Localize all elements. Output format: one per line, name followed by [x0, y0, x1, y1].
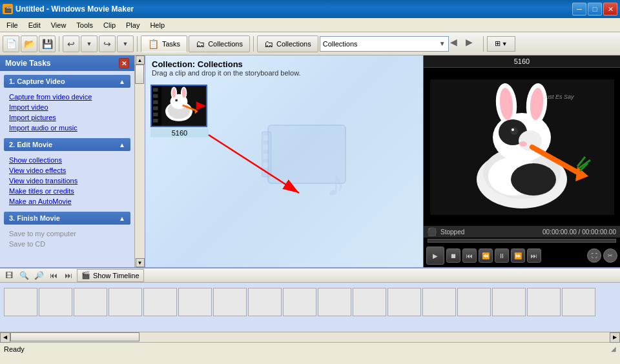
svg-point-47 [511, 163, 556, 196]
capture-video-link[interactable]: Capture from video device [9, 92, 125, 102]
pause-button[interactable]: ⏸ [495, 248, 509, 263]
status-bar: Ready ◢ [0, 342, 620, 355]
scroll-up-button[interactable]: ▲ [136, 56, 145, 65]
new-button[interactable]: 📄 [3, 35, 19, 52]
menu-item-play[interactable]: Play [121, 20, 145, 30]
section-2-label: Edit Movie [17, 141, 52, 148]
tasks-title: Movie Tasks [5, 59, 50, 68]
section-capture-header[interactable]: 1. Capture Video ▲ [4, 75, 130, 88]
view-button[interactable]: ⊞ ▼ [487, 36, 515, 52]
fullscreen-button[interactable]: ⛶ [587, 248, 601, 263]
section-1-content: Capture from video device Import video I… [4, 90, 130, 138]
horizontal-scrollbar[interactable]: ◀ ▶ [0, 332, 620, 342]
svg-rect-22 [263, 145, 268, 150]
show-timeline-label: Show Timeline [93, 272, 140, 279]
svg-point-7 [182, 88, 186, 97]
save-cd-link[interactable]: Save to CD [9, 239, 125, 249]
menu-item-edit[interactable]: Edit [23, 20, 46, 30]
story-frame-5 [178, 288, 212, 316]
seek-bar[interactable] [428, 239, 616, 243]
menu-item-file[interactable]: File [1, 20, 23, 30]
story-frame-8 [283, 288, 316, 316]
story-frame-12 [422, 288, 456, 316]
undo-button[interactable]: ↩ [63, 35, 79, 52]
scroll-left-button[interactable]: ◀ [0, 332, 10, 343]
toolbar-separator-1 [59, 36, 59, 52]
collections-icon-2: 🗂 [264, 39, 273, 49]
make-automovie-link[interactable]: Make an AutoMovie [9, 196, 125, 207]
section-3-label: Finish Movie [17, 214, 60, 222]
forward-button[interactable]: ▶ [466, 37, 480, 51]
skip-back-button[interactable]: ⏪ [479, 248, 493, 263]
collections-tab-2[interactable]: 🗂 Collections [257, 35, 318, 52]
story-frame-1 [39, 288, 72, 316]
storyboard-toolbar: 🎞 🔍 🔎 ⏮ ⏭ 🎬 Show Timeline [0, 268, 620, 283]
frame-forward-button[interactable]: ⏭ [62, 270, 75, 281]
show-timeline-button[interactable]: 🎬 Show Timeline [77, 269, 144, 282]
menu-item-help[interactable]: Help [145, 20, 170, 30]
scroll-right-button[interactable]: ▶ [610, 332, 620, 343]
import-video-link[interactable]: Import video [9, 102, 125, 112]
svg-rect-21 [263, 136, 268, 141]
menu-item-view[interactable]: View [46, 20, 72, 30]
open-button[interactable]: 📂 [21, 35, 37, 52]
storyboard-btn-2[interactable]: 🔍 [17, 270, 30, 281]
section-1-label: Capture Video [17, 77, 65, 85]
preview-status-bar: ⬛ Stopped 00:00:00.00 / 00:00:00.00 [424, 226, 620, 238]
h-scroll-thumb[interactable] [10, 332, 140, 341]
tasks-content: 1. Capture Video ▲ Capture from video de… [0, 71, 134, 267]
show-collections-link[interactable]: Show collections [9, 155, 125, 165]
title-left: 🎬 Untitled - Windows Movie Maker [3, 4, 134, 14]
frame-back-button[interactable]: ⏮ [47, 270, 60, 281]
tasks-tab[interactable]: 📋 Tasks [141, 35, 187, 52]
view-transitions-link[interactable]: View video transitions [9, 176, 125, 186]
scroll-down-button[interactable]: ▼ [136, 258, 145, 267]
menu-item-clip[interactable]: Clip [98, 20, 121, 30]
undo-dropdown[interactable]: ▼ [81, 35, 98, 52]
toolbar-separator-3 [253, 36, 254, 52]
time-display: 00:00:00.00 / 00:00:00.00 [542, 228, 616, 236]
view-effects-link[interactable]: View video effects [9, 165, 125, 176]
scroll-thumb[interactable] [135, 65, 144, 84]
clip-label: 5160 [150, 128, 209, 137]
collection-header: Collection: Collections Drag a clip and … [145, 56, 423, 79]
clip-image [152, 85, 206, 127]
svg-point-39 [510, 127, 518, 135]
zoom-in-button[interactable]: 🔎 [32, 270, 45, 281]
resize-grip[interactable]: ◢ [611, 345, 616, 352]
play-button[interactable]: ▶ [426, 247, 444, 265]
skip-end-button[interactable]: ⏭ [527, 248, 541, 263]
make-titles-link[interactable]: Make titles or credits [9, 186, 125, 196]
collection-subtitle: Drag a clip and drop it on the storyboar… [152, 69, 417, 77]
section-edit-header[interactable]: 2. Edit Movie ▲ [4, 138, 130, 151]
story-frame-2 [74, 288, 107, 316]
toolbar-separator-2 [137, 36, 138, 52]
left-panel-scrollbar[interactable]: ▲ ▼ [134, 56, 145, 267]
rabbit-preview-image: Just Es Say [430, 79, 614, 215]
story-frame-9 [318, 288, 351, 316]
close-button[interactable]: ✕ [603, 3, 617, 15]
rewind-button[interactable]: ⏮ [462, 248, 477, 263]
story-frame-15 [527, 288, 561, 316]
clip-thumbnail [150, 85, 207, 127]
back-button[interactable]: ◀ [450, 37, 464, 51]
section-finish-header[interactable]: 3. Finish Movie ▲ [4, 212, 130, 225]
redo-dropdown[interactable]: ▼ [117, 35, 134, 52]
maximize-button[interactable]: □ [588, 3, 602, 15]
split-button[interactable]: ✂ [603, 248, 617, 263]
import-audio-link[interactable]: Import audio or music [9, 123, 125, 133]
title-bar: 🎬 Untitled - Windows Movie Maker ─ □ ✕ [0, 0, 620, 18]
tasks-close-button[interactable]: ✕ [119, 58, 129, 68]
minimize-button[interactable]: ─ [572, 3, 586, 15]
redo-button[interactable]: ↪ [99, 35, 116, 52]
skip-forward-button[interactable]: ⏩ [511, 248, 525, 263]
clip-item[interactable]: 5160 [150, 85, 209, 137]
menu-item-tools[interactable]: Tools [71, 20, 98, 30]
stop-button[interactable]: ⏹ [446, 248, 460, 263]
import-pictures-link[interactable]: Import pictures [9, 112, 125, 123]
storyboard-btn-1[interactable]: 🎞 [3, 270, 16, 281]
collections-tab-1[interactable]: 🗂 Collections [189, 35, 250, 52]
save-computer-link[interactable]: Save to my computer [9, 228, 125, 239]
save-button[interactable]: 💾 [39, 35, 56, 52]
collection-dropdown[interactable]: Collections ▼ [320, 36, 449, 52]
